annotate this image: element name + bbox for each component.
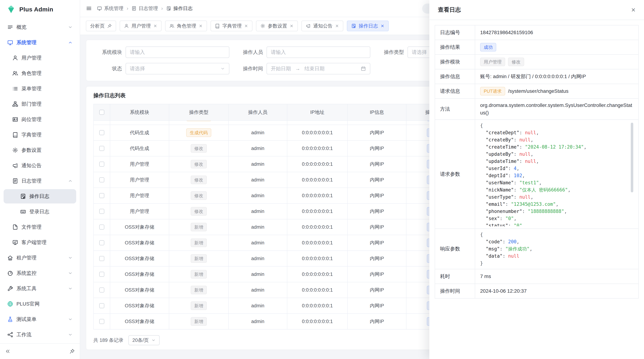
row-checkbox[interactable]	[99, 288, 104, 293]
sidebar: Plus Admin 概览系统管理用户管理角色管理菜单管理部门管理岗位管理字典管…	[0, 0, 80, 359]
sidebar-item-workflow[interactable]: 工作流	[4, 328, 76, 342]
row-checkbox[interactable]	[99, 193, 104, 198]
sidebar-item-overview[interactable]: 概览	[4, 20, 76, 34]
desc-label: 日志编号	[435, 25, 475, 40]
tab-param[interactable]: 参数设置	[256, 20, 298, 31]
tab-close-icon[interactable]	[153, 24, 157, 28]
cell-ip-location: 内网IP	[348, 204, 406, 219]
select-all-checkbox[interactable]	[99, 110, 104, 115]
sidebar-item-tenant[interactable]: 租户管理	[4, 251, 76, 265]
drawer-title: 查看日志	[438, 6, 461, 14]
globe-icon	[7, 301, 13, 307]
sidebar-item-label: 租户管理	[16, 254, 36, 261]
row-checkbox[interactable]	[99, 130, 104, 135]
cell-module: 代码生成	[110, 125, 169, 140]
row-checkbox[interactable]	[99, 256, 104, 261]
sidebar-item-role[interactable]: 角色管理	[4, 66, 76, 80]
sidebar-item-dict[interactable]: 字典管理	[4, 128, 76, 142]
collapse-sidebar-icon[interactable]	[5, 349, 10, 354]
cell-action: 修改	[169, 204, 228, 219]
sidebar-item-client[interactable]: 客户端管理	[4, 235, 76, 250]
cell-checkbox	[94, 282, 110, 298]
tab-close-icon[interactable]	[290, 24, 294, 28]
cell-action: 修改	[169, 141, 228, 156]
desc-row: 请求参数{ "createDept": null, "createBy": nu…	[435, 120, 638, 229]
json-viewer[interactable]: { "createDept": null, "createBy": null, …	[480, 122, 633, 226]
page-size-select[interactable]: 20条/页	[128, 335, 160, 345]
status-select[interactable]: 请选择	[126, 63, 229, 74]
sidebar-item-file[interactable]: 文件管理	[4, 220, 76, 234]
info-tag: 新增	[191, 286, 207, 294]
cell-ip: 0:0:0:0:0:0:0:1	[287, 298, 348, 314]
desc-value: 成功	[475, 40, 638, 54]
cell-action: 修改	[169, 188, 228, 203]
sidebar-item-systools[interactable]: 系统工具	[4, 281, 76, 296]
cell-checkbox	[94, 141, 110, 156]
sidebar-item-dept[interactable]: 部门管理	[4, 97, 76, 111]
row-checkbox[interactable]	[99, 162, 104, 167]
breadcrumb-item[interactable]: 操作日志	[166, 5, 193, 12]
tab-label: 角色管理	[177, 23, 196, 29]
tab-operlog[interactable]: 操作日志	[347, 20, 389, 31]
sidebar-item-notice[interactable]: 通知公告	[4, 158, 76, 173]
sidebar-item-plus-site[interactable]: PLUS官网	[4, 297, 76, 311]
operator-input[interactable]: 请输入	[266, 46, 370, 58]
chevron-down-icon	[220, 66, 225, 71]
end-date-placeholder: 结束日期	[304, 65, 324, 72]
time-daterange-input[interactable]: 开始日期→结束日期	[266, 63, 370, 74]
cell-ip: 0:0:0:0:0:0:0:1	[287, 204, 348, 219]
tab-role[interactable]: 角色管理	[165, 20, 207, 31]
sidebar-item-test[interactable]: 测试菜单	[4, 312, 76, 327]
module-input[interactable]: 请输入	[126, 46, 229, 58]
sidebar-item-menu[interactable]: 菜单管理	[4, 81, 76, 96]
cell-module: 用户管理	[110, 188, 169, 203]
chevron-down-icon	[68, 332, 73, 337]
tools-icon	[7, 286, 13, 292]
tab-close-icon[interactable]	[380, 24, 384, 28]
row-checkbox[interactable]	[99, 146, 104, 151]
desc-label: 方法	[435, 99, 475, 119]
info-tag: 修改	[508, 57, 524, 66]
sidebar-item-log[interactable]: 日志管理	[4, 174, 76, 188]
sidebar-item-system[interactable]: 系统管理	[4, 35, 76, 50]
tab-close-icon[interactable]	[244, 24, 248, 28]
row-checkbox[interactable]	[99, 272, 104, 277]
tab-close-icon[interactable]	[199, 24, 203, 28]
desc-text-value: org.dromara.system.controller.system.Sys…	[480, 101, 633, 117]
pin-icon	[107, 23, 112, 28]
desc-row: 操作结果成功	[435, 40, 638, 55]
row-checkbox[interactable]	[99, 319, 104, 324]
breadcrumb-item[interactable]: 日志管理	[132, 5, 158, 12]
tab-dict[interactable]: 字典管理	[210, 20, 252, 31]
row-checkbox[interactable]	[99, 225, 104, 230]
row-checkbox[interactable]	[99, 303, 104, 308]
pin-sidebar-icon[interactable]	[70, 349, 75, 354]
json-viewer[interactable]: { "code": 200, "msg": "操作成功", "data": nu…	[480, 231, 633, 267]
tab-notice[interactable]: 通知公告	[302, 20, 343, 31]
sidebar-item-sysmonitor[interactable]: 系统监控	[4, 266, 76, 280]
tab-user[interactable]: 用户管理	[120, 20, 162, 31]
filter-label: 操作时间	[234, 65, 263, 72]
sidebar-item-user[interactable]: 用户管理	[4, 51, 76, 65]
sidebar-item-loginlog[interactable]: 登录日志	[4, 205, 76, 219]
app-logo-row[interactable]: Plus Admin	[0, 0, 80, 18]
sidebar-item-param[interactable]: 参数设置	[4, 143, 76, 157]
cell-action: 生成代码	[169, 121, 228, 125]
tab-close-icon[interactable]	[335, 24, 339, 28]
row-checkbox[interactable]	[99, 177, 104, 182]
hamburger-icon[interactable]	[86, 5, 92, 11]
info-tag: 修改	[191, 207, 207, 216]
scrollbar-thumb[interactable]	[631, 123, 633, 192]
sidebar-item-operlog[interactable]: 操作日志	[4, 189, 76, 203]
cell-checkbox	[94, 156, 110, 172]
desc-row: 方法org.dromara.system.controller.system.S…	[435, 99, 638, 120]
breadcrumb-item[interactable]: 系统管理	[97, 5, 124, 12]
row-checkbox[interactable]	[99, 209, 104, 214]
row-checkbox[interactable]	[99, 240, 104, 245]
cell-ip-location: 内网IP	[348, 188, 406, 203]
desc-value: 用户管理修改	[475, 55, 638, 69]
close-icon[interactable]: ×	[631, 6, 636, 13]
placeholder: 请选择	[130, 65, 145, 72]
sidebar-item-post[interactable]: 岗位管理	[4, 112, 76, 127]
tab-analysis[interactable]: 分析页	[86, 20, 116, 31]
